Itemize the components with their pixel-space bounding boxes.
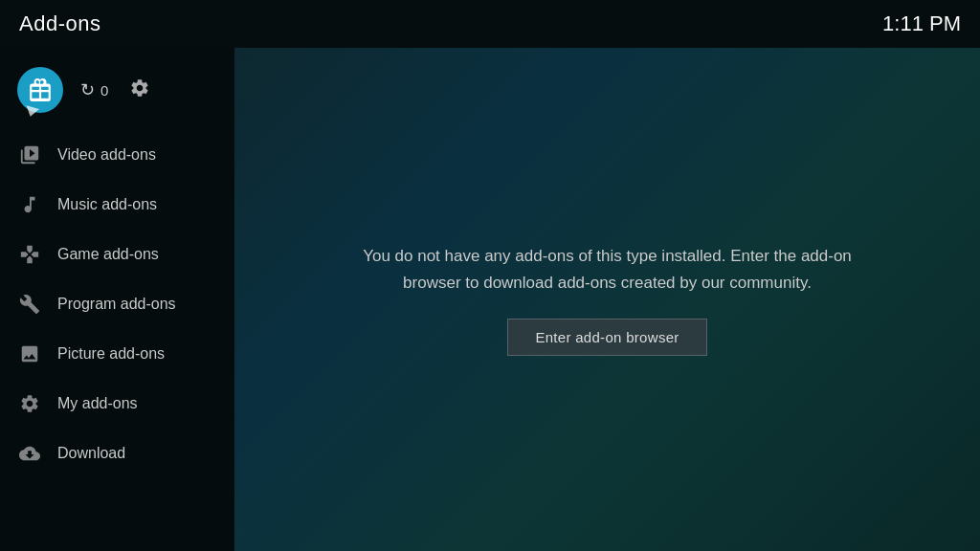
main-content: You do not have any add-ons of this type… (234, 48, 980, 551)
program-icon (17, 292, 42, 317)
sidebar-item-program[interactable]: Program add-ons (0, 279, 234, 329)
refresh-button[interactable]: ↻ 0 (80, 79, 108, 100)
sidebar-item-download-label: Download (57, 445, 125, 462)
video-icon (17, 143, 42, 167)
sidebar-top: ↻ 0 (0, 57, 234, 130)
page-title: Add-ons (19, 11, 100, 36)
refresh-count: 0 (100, 82, 108, 99)
sidebar-item-myaddon-label: My add-ons (57, 395, 138, 412)
empty-message: You do not have any add-ons of this type… (340, 243, 876, 295)
cursor (24, 105, 39, 118)
empty-state: You do not have any add-ons of this type… (321, 224, 895, 374)
sidebar-item-game-label: Game add-ons (57, 246, 159, 263)
gear-icon (129, 77, 150, 99)
sidebar-item-music-label: Music add-ons (57, 196, 157, 213)
sidebar-item-game[interactable]: Game add-ons (0, 230, 234, 279)
sidebar-item-music[interactable]: Music add-ons (0, 180, 234, 230)
sidebar-item-picture-label: Picture add-ons (57, 345, 165, 363)
clock: 1:11 PM (882, 11, 961, 36)
sidebar-nav: Video add-ons Music add-ons Game add-ons… (0, 130, 234, 478)
refresh-icon: ↻ (80, 79, 95, 100)
sidebar-item-download[interactable]: Download (0, 429, 234, 478)
sidebar-item-program-label: Program add-ons (57, 296, 176, 313)
sidebar-item-video[interactable]: Video add-ons (0, 130, 234, 180)
music-icon (17, 192, 42, 217)
enter-addon-browser-button[interactable]: Enter add-on browser (507, 319, 706, 356)
sidebar: ↻ 0 Video add-ons M (0, 48, 234, 551)
game-icon (17, 242, 42, 267)
body-layout: ↻ 0 Video add-ons M (0, 48, 980, 551)
addon-browser-button[interactable] (17, 67, 63, 113)
sidebar-item-myaddon[interactable]: My add-ons (0, 379, 234, 429)
settings-button[interactable] (129, 77, 150, 103)
picture-icon (17, 342, 42, 366)
sidebar-item-video-label: Video add-ons (57, 146, 156, 164)
download-icon (17, 441, 42, 466)
myaddon-icon (17, 391, 42, 416)
box-arrow-icon (28, 77, 53, 102)
sidebar-item-picture[interactable]: Picture add-ons (0, 329, 234, 379)
header: Add-ons 1:11 PM (0, 0, 980, 48)
